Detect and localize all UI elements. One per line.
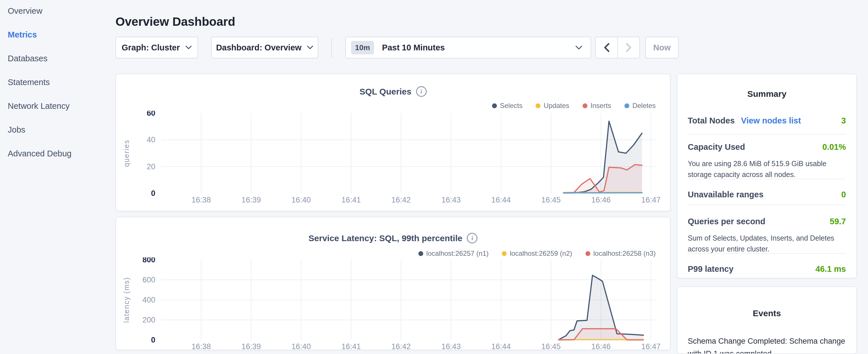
svg-text:16:47: 16:47 — [641, 342, 661, 350]
legend-dot-icon — [535, 103, 540, 108]
chevron-right-icon — [626, 43, 632, 52]
dashboard-label: Dashboard: Overview — [216, 43, 302, 53]
svg-text:queries: queries — [122, 139, 130, 167]
chevron-down-icon — [185, 45, 192, 50]
svg-text:latency (ms): latency (ms) — [122, 277, 130, 323]
svg-text:16:40: 16:40 — [291, 196, 311, 204]
svg-text:16:38: 16:38 — [191, 196, 211, 204]
svg-text:16:43: 16:43 — [441, 342, 461, 350]
time-next-button[interactable] — [618, 37, 639, 58]
info-icon[interactable]: i — [416, 86, 427, 97]
unavailable-ranges-value: 0 — [841, 190, 846, 199]
capacity-used-value: 0.01% — [823, 142, 846, 152]
info-icon[interactable]: i — [467, 233, 477, 244]
sidebar-item-databases[interactable]: Databases — [8, 54, 48, 63]
service-latency-plot: 16:3816:3916:4016:4116:4216:4316:4416:45… — [116, 257, 671, 350]
svg-text:16:46: 16:46 — [591, 342, 611, 350]
chevron-down-icon — [307, 45, 313, 50]
svg-text:16:46: 16:46 — [591, 196, 611, 204]
svg-text:16:44: 16:44 — [492, 196, 511, 204]
legend-dot-icon — [583, 103, 587, 108]
p99-latency-label: P99 latency — [688, 264, 734, 274]
capacity-used-description: You are using 28.6 MiB of 515.9 GiB usab… — [688, 158, 846, 180]
legend-label: Updates — [544, 102, 569, 110]
legend-item: Updates — [535, 102, 569, 110]
legend-item: localhost:26259 (n2) — [502, 250, 572, 257]
svg-text:16:38: 16:38 — [191, 342, 211, 350]
legend-dot-icon — [418, 251, 423, 256]
graph-scope-label: Graph: Cluster — [122, 43, 180, 53]
legend-item: localhost:26257 (n1) — [418, 250, 489, 257]
service-latency-chart-card: Service Latency: SQL, 99th percentile i … — [116, 217, 671, 350]
time-window-selector[interactable]: 10m Past 10 Minutes — [345, 37, 591, 58]
divider — [688, 134, 846, 135]
legend-label: Deletes — [632, 102, 656, 110]
summary-title: Summary — [677, 89, 856, 99]
sidebar-item-jobs[interactable]: Jobs — [8, 125, 25, 135]
now-button-label: Now — [653, 43, 671, 53]
legend-label: Selects — [500, 102, 523, 110]
legend-label: localhost:26257 (n1) — [426, 250, 489, 257]
svg-text:200: 200 — [143, 316, 155, 324]
p99-latency-value: 46.1 ms — [815, 264, 846, 274]
event-message[interactable]: Schema Change Completed: Schema change w… — [688, 335, 846, 354]
divider — [688, 204, 846, 205]
toolbar-divider — [331, 38, 332, 58]
dashboard-dropdown[interactable]: Dashboard: Overview — [211, 37, 318, 58]
events-title: Events — [677, 309, 856, 318]
summary-row-unavailable-ranges: Unavailable ranges 0 — [688, 190, 846, 199]
summary-row-capacity: Capacity Used 0.01% — [688, 142, 846, 152]
svg-text:600: 600 — [143, 276, 155, 284]
svg-text:20: 20 — [147, 162, 155, 171]
sql-queries-plot: 16:3816:3916:4016:4116:4216:4316:4416:45… — [116, 111, 671, 208]
legend-label: localhost:26259 (n2) — [510, 250, 572, 257]
sidebar-item-metrics[interactable]: Metrics — [8, 30, 37, 39]
svg-text:16:39: 16:39 — [242, 196, 261, 204]
queries-per-second-label: Queries per second — [688, 217, 766, 226]
page-title: Overview Dashboard — [116, 15, 235, 29]
legend-dot-icon — [624, 103, 629, 108]
graph-scope-dropdown[interactable]: Graph: Cluster — [116, 37, 198, 58]
svg-text:0: 0 — [151, 336, 155, 344]
chevron-down-icon — [575, 45, 583, 50]
sidebar-item-overview[interactable]: Overview — [8, 6, 42, 16]
unavailable-ranges-label: Unavailable ranges — [688, 190, 764, 199]
divider — [688, 253, 846, 254]
total-nodes-value: 3 — [841, 116, 846, 125]
legend-item: localhost:26258 (n3) — [585, 250, 656, 257]
svg-text:60: 60 — [147, 111, 155, 118]
chart-title: Service Latency: SQL, 99th percentile i — [116, 233, 670, 244]
now-button[interactable]: Now — [645, 37, 679, 58]
svg-text:16:41: 16:41 — [341, 342, 361, 350]
svg-text:16:42: 16:42 — [392, 342, 411, 350]
chart-title: SQL Queries i — [116, 86, 670, 97]
sql-queries-chart-card: SQL Queries i SelectsUpdatesInsertsDelet… — [116, 74, 671, 212]
legend-item: Inserts — [583, 102, 611, 110]
chart-legend: localhost:26257 (n1)localhost:26259 (n2)… — [418, 250, 656, 257]
svg-text:16:42: 16:42 — [392, 196, 411, 204]
sidebar-item-statements[interactable]: Statements — [8, 77, 50, 87]
legend-dot-icon — [492, 103, 497, 108]
legend-label: localhost:26258 (n3) — [593, 250, 656, 257]
time-prev-button[interactable] — [596, 37, 618, 58]
chart-legend: SelectsUpdatesInsertsDeletes — [492, 102, 656, 110]
svg-text:16:40: 16:40 — [291, 342, 311, 350]
view-nodes-list-link[interactable]: View nodes list — [741, 116, 801, 125]
svg-text:400: 400 — [143, 296, 155, 304]
queries-per-second-value: 59.7 — [830, 217, 846, 226]
summary-row-qps: Queries per second 59.7 — [688, 217, 846, 226]
svg-text:16:43: 16:43 — [441, 196, 461, 204]
legend-item: Deletes — [624, 102, 656, 110]
summary-row-p99: P99 latency 46.1 ms — [688, 264, 846, 274]
svg-text:16:39: 16:39 — [242, 342, 261, 350]
sidebar-item-advanced-debug[interactable]: Advanced Debug — [8, 149, 72, 158]
chart-title-text: Service Latency: SQL, 99th percentile — [309, 233, 463, 243]
legend-dot-icon — [502, 251, 507, 256]
svg-text:0: 0 — [151, 189, 155, 198]
qps-description: Sum of Selects, Updates, Inserts, and De… — [688, 232, 846, 254]
sidebar-item-network-latency[interactable]: Network Latency — [8, 101, 70, 111]
db-console: Overview Metrics Databases Statements Ne… — [0, 0, 868, 354]
summary-row-total-nodes: Total Nodes View nodes list 3 — [688, 116, 846, 125]
legend-dot-icon — [585, 251, 590, 256]
svg-text:40: 40 — [147, 135, 155, 144]
